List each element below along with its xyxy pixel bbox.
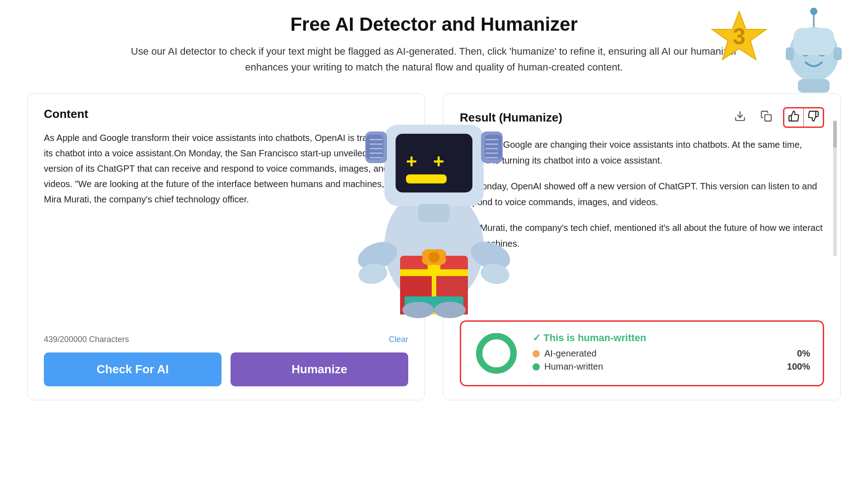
ai-dot bbox=[533, 350, 540, 357]
result-header-icons bbox=[731, 107, 824, 128]
thumbs-up-button[interactable] bbox=[784, 108, 804, 127]
action-buttons: Check For AI Humanize bbox=[44, 352, 408, 386]
check-for-ai-button[interactable]: Check For AI bbox=[44, 352, 222, 386]
svg-point-8 bbox=[810, 8, 817, 15]
char-count: 439/200000 Characters bbox=[44, 335, 129, 344]
robot-top-right bbox=[773, 5, 854, 95]
svg-rect-40 bbox=[428, 256, 440, 314]
svg-rect-9 bbox=[798, 79, 830, 93]
result-panel: Result (Humanize) bbox=[443, 93, 841, 400]
thumbs-down-button[interactable] bbox=[804, 108, 823, 127]
clear-button[interactable]: Clear bbox=[389, 335, 408, 344]
page-wrapper: Free AI Detector and Humanizer Use our A… bbox=[0, 0, 868, 488]
content-panel: Content As Apple and Google transform th… bbox=[27, 93, 425, 400]
scrollbar[interactable] bbox=[833, 121, 837, 256]
ai-value: 0% bbox=[783, 348, 810, 359]
svg-text:3: 3 bbox=[733, 24, 745, 49]
humanize-button[interactable]: Humanize bbox=[231, 352, 408, 386]
ai-label: AI-generated bbox=[544, 348, 597, 359]
donut-chart bbox=[474, 331, 519, 376]
main-panels: + + bbox=[27, 93, 841, 400]
page-subtitle: Use our AI detector to check if your tex… bbox=[118, 43, 750, 75]
ai-label-group: AI-generated bbox=[533, 348, 597, 359]
human-label: Human-written bbox=[544, 361, 603, 372]
human-dot bbox=[533, 363, 540, 371]
svg-point-43 bbox=[429, 252, 439, 263]
human-score-row: Human-written 100% bbox=[533, 361, 810, 372]
content-text[interactable]: As Apple and Google transform their voic… bbox=[44, 130, 408, 321]
download-button[interactable] bbox=[731, 108, 750, 127]
thumbs-group bbox=[783, 107, 824, 128]
svg-rect-10 bbox=[786, 47, 794, 60]
content-panel-footer: 439/200000 Characters Clear bbox=[44, 330, 408, 344]
content-panel-title: Content bbox=[44, 107, 88, 121]
result-panel-title: Result (Humanize) bbox=[460, 111, 562, 125]
result-panel-header: Result (Humanize) bbox=[460, 107, 824, 128]
svg-text:+: + bbox=[433, 150, 444, 172]
human-value: 100% bbox=[783, 361, 810, 372]
result-text: Apple and Google are changing their voic… bbox=[460, 137, 824, 314]
human-written-label: ✓ This is human-written bbox=[533, 332, 810, 344]
score-box: ✓ This is human-written AI-generated 0% … bbox=[460, 320, 824, 386]
content-panel-header: Content bbox=[44, 107, 408, 121]
scrollbar-thumb bbox=[833, 121, 837, 148]
svg-point-52 bbox=[479, 336, 514, 371]
svg-rect-50 bbox=[765, 115, 771, 121]
svg-rect-12 bbox=[793, 28, 834, 55]
ai-score-row: AI-generated 0% bbox=[533, 348, 810, 359]
result-paragraph-3: Mira Murati, the company's tech chief, m… bbox=[460, 220, 824, 252]
star-badge: 3 bbox=[710, 9, 769, 68]
result-paragraph-1: Apple and Google are changing their voic… bbox=[460, 137, 824, 169]
result-paragraph-2: On Monday, OpenAI showed off a new versi… bbox=[460, 178, 824, 210]
human-label-group: Human-written bbox=[533, 361, 603, 372]
copy-button[interactable] bbox=[757, 108, 776, 127]
svg-rect-11 bbox=[834, 47, 842, 60]
score-details: ✓ This is human-written AI-generated 0% … bbox=[533, 332, 810, 375]
